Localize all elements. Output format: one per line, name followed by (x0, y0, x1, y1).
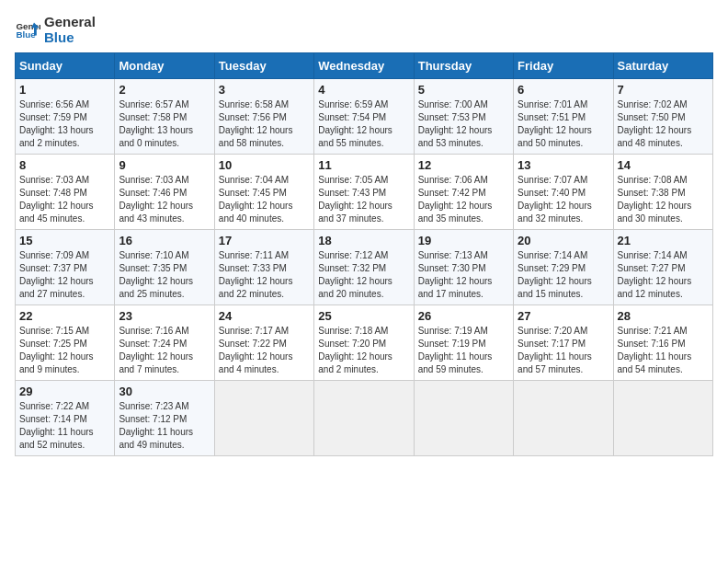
day-number: 9 (119, 158, 210, 172)
day-info: Sunrise: 7:22 AMSunset: 7:14 PMDaylight:… (19, 400, 110, 452)
day-info: Sunrise: 7:05 AMSunset: 7:43 PMDaylight:… (318, 174, 409, 225)
calendar-day-19: 19Sunrise: 7:13 AMSunset: 7:30 PMDayligh… (414, 230, 513, 305)
day-number: 7 (618, 83, 709, 97)
day-info: Sunrise: 7:12 AMSunset: 7:32 PMDaylight:… (318, 249, 409, 301)
day-info: Sunrise: 7:16 AMSunset: 7:24 PMDaylight:… (119, 325, 210, 376)
calendar-day-22: 22Sunrise: 7:15 AMSunset: 7:25 PMDayligh… (16, 305, 115, 381)
day-info: Sunrise: 7:00 AMSunset: 7:53 PMDaylight:… (418, 98, 509, 150)
weekday-header-tuesday: Tuesday (214, 53, 313, 79)
day-number: 29 (19, 385, 110, 398)
calendar-day-25: 25Sunrise: 7:18 AMSunset: 7:20 PMDayligh… (314, 305, 414, 381)
calendar-week-2: 8Sunrise: 7:03 AMSunset: 7:48 PMDaylight… (16, 155, 713, 230)
day-number: 20 (518, 234, 609, 247)
day-number: 10 (219, 158, 310, 172)
day-info: Sunrise: 7:11 AMSunset: 7:33 PMDaylight:… (219, 249, 310, 301)
calendar-day-23: 23Sunrise: 7:16 AMSunset: 7:24 PMDayligh… (115, 305, 214, 381)
day-info: Sunrise: 6:59 AMSunset: 7:54 PMDaylight:… (318, 98, 409, 150)
calendar-day-27: 27Sunrise: 7:20 AMSunset: 7:17 PMDayligh… (514, 305, 613, 381)
day-info: Sunrise: 7:17 AMSunset: 7:22 PMDaylight:… (219, 325, 310, 376)
svg-text:Blue: Blue (16, 29, 36, 40)
day-info: Sunrise: 6:58 AMSunset: 7:56 PMDaylight:… (219, 98, 310, 150)
weekday-header-friday: Friday (514, 53, 613, 79)
day-number: 12 (418, 158, 509, 172)
day-number: 14 (618, 158, 709, 172)
day-number: 4 (318, 83, 409, 97)
weekday-header-row: SundayMondayTuesdayWednesdayThursdayFrid… (16, 53, 713, 79)
calendar-table: SundayMondayTuesdayWednesdayThursdayFrid… (15, 52, 713, 456)
calendar-day-12: 12Sunrise: 7:06 AMSunset: 7:42 PMDayligh… (414, 155, 513, 230)
day-number: 18 (318, 234, 409, 247)
day-info: Sunrise: 7:15 AMSunset: 7:25 PMDaylight:… (19, 325, 110, 376)
day-info: Sunrise: 7:08 AMSunset: 7:38 PMDaylight:… (618, 174, 709, 225)
calendar-empty-cell (514, 381, 613, 456)
day-number: 22 (19, 309, 110, 323)
calendar-day-28: 28Sunrise: 7:21 AMSunset: 7:16 PMDayligh… (613, 305, 712, 381)
logo-blue: Blue (44, 30, 96, 46)
calendar-day-16: 16Sunrise: 7:10 AMSunset: 7:35 PMDayligh… (115, 230, 214, 305)
day-number: 5 (418, 83, 509, 97)
calendar-week-3: 15Sunrise: 7:09 AMSunset: 7:37 PMDayligh… (16, 230, 713, 305)
calendar-day-2: 2Sunrise: 6:57 AMSunset: 7:58 PMDaylight… (115, 79, 214, 155)
day-number: 28 (618, 309, 709, 323)
weekday-header-sunday: Sunday (16, 53, 115, 79)
calendar-empty-cell (214, 381, 313, 456)
day-number: 26 (418, 309, 509, 323)
logo-general: General (44, 15, 96, 30)
page-header: General Blue General Blue (15, 15, 713, 45)
day-info: Sunrise: 6:57 AMSunset: 7:58 PMDaylight:… (119, 98, 210, 150)
calendar-week-1: 1Sunrise: 6:56 AMSunset: 7:59 PMDaylight… (16, 79, 713, 155)
day-number: 11 (318, 158, 409, 172)
calendar-day-29: 29Sunrise: 7:22 AMSunset: 7:14 PMDayligh… (16, 381, 115, 456)
calendar-day-8: 8Sunrise: 7:03 AMSunset: 7:48 PMDaylight… (16, 155, 115, 230)
day-number: 1 (19, 83, 110, 97)
calendar-day-9: 9Sunrise: 7:03 AMSunset: 7:46 PMDaylight… (115, 155, 214, 230)
day-info: Sunrise: 7:14 AMSunset: 7:27 PMDaylight:… (618, 249, 709, 301)
day-info: Sunrise: 7:02 AMSunset: 7:50 PMDaylight:… (618, 98, 709, 150)
calendar-day-18: 18Sunrise: 7:12 AMSunset: 7:32 PMDayligh… (314, 230, 414, 305)
day-info: Sunrise: 7:10 AMSunset: 7:35 PMDaylight:… (119, 249, 210, 301)
calendar-day-1: 1Sunrise: 6:56 AMSunset: 7:59 PMDaylight… (16, 79, 115, 155)
day-number: 25 (318, 309, 409, 323)
day-number: 13 (518, 158, 609, 172)
day-info: Sunrise: 7:23 AMSunset: 7:12 PMDaylight:… (119, 400, 210, 452)
day-info: Sunrise: 7:01 AMSunset: 7:51 PMDaylight:… (518, 98, 609, 150)
day-info: Sunrise: 7:19 AMSunset: 7:19 PMDaylight:… (418, 325, 509, 376)
day-info: Sunrise: 7:13 AMSunset: 7:30 PMDaylight:… (418, 249, 509, 301)
calendar-day-17: 17Sunrise: 7:11 AMSunset: 7:33 PMDayligh… (214, 230, 313, 305)
calendar-day-11: 11Sunrise: 7:05 AMSunset: 7:43 PMDayligh… (314, 155, 414, 230)
day-number: 30 (119, 385, 210, 398)
day-number: 2 (119, 83, 210, 97)
day-number: 17 (219, 234, 310, 247)
logo-icon: General Blue (15, 17, 40, 43)
day-info: Sunrise: 7:21 AMSunset: 7:16 PMDaylight:… (618, 325, 709, 376)
calendar-day-7: 7Sunrise: 7:02 AMSunset: 7:50 PMDaylight… (613, 79, 712, 155)
calendar-day-13: 13Sunrise: 7:07 AMSunset: 7:40 PMDayligh… (514, 155, 613, 230)
day-info: Sunrise: 7:06 AMSunset: 7:42 PMDaylight:… (418, 174, 509, 225)
logo: General Blue General Blue (15, 15, 96, 45)
weekday-header-monday: Monday (115, 53, 214, 79)
day-number: 3 (219, 83, 310, 97)
day-info: Sunrise: 7:20 AMSunset: 7:17 PMDaylight:… (518, 325, 609, 376)
calendar-day-10: 10Sunrise: 7:04 AMSunset: 7:45 PMDayligh… (214, 155, 313, 230)
day-info: Sunrise: 7:04 AMSunset: 7:45 PMDaylight:… (219, 174, 310, 225)
calendar-day-5: 5Sunrise: 7:00 AMSunset: 7:53 PMDaylight… (414, 79, 513, 155)
day-number: 15 (19, 234, 110, 247)
calendar-day-3: 3Sunrise: 6:58 AMSunset: 7:56 PMDaylight… (214, 79, 313, 155)
calendar-day-30: 30Sunrise: 7:23 AMSunset: 7:12 PMDayligh… (115, 381, 214, 456)
day-number: 16 (119, 234, 210, 247)
day-number: 6 (518, 83, 609, 97)
day-info: Sunrise: 7:18 AMSunset: 7:20 PMDaylight:… (318, 325, 409, 376)
calendar-day-6: 6Sunrise: 7:01 AMSunset: 7:51 PMDaylight… (514, 79, 613, 155)
day-info: Sunrise: 7:07 AMSunset: 7:40 PMDaylight:… (518, 174, 609, 225)
calendar-day-26: 26Sunrise: 7:19 AMSunset: 7:19 PMDayligh… (414, 305, 513, 381)
calendar-week-4: 22Sunrise: 7:15 AMSunset: 7:25 PMDayligh… (16, 305, 713, 381)
weekday-header-saturday: Saturday (613, 53, 712, 79)
day-number: 8 (19, 158, 110, 172)
calendar-empty-cell (414, 381, 513, 456)
day-info: Sunrise: 7:03 AMSunset: 7:48 PMDaylight:… (19, 174, 110, 225)
day-info: Sunrise: 6:56 AMSunset: 7:59 PMDaylight:… (19, 98, 110, 150)
day-number: 21 (618, 234, 709, 247)
calendar-day-24: 24Sunrise: 7:17 AMSunset: 7:22 PMDayligh… (214, 305, 313, 381)
day-number: 27 (518, 309, 609, 323)
day-number: 19 (418, 234, 509, 247)
